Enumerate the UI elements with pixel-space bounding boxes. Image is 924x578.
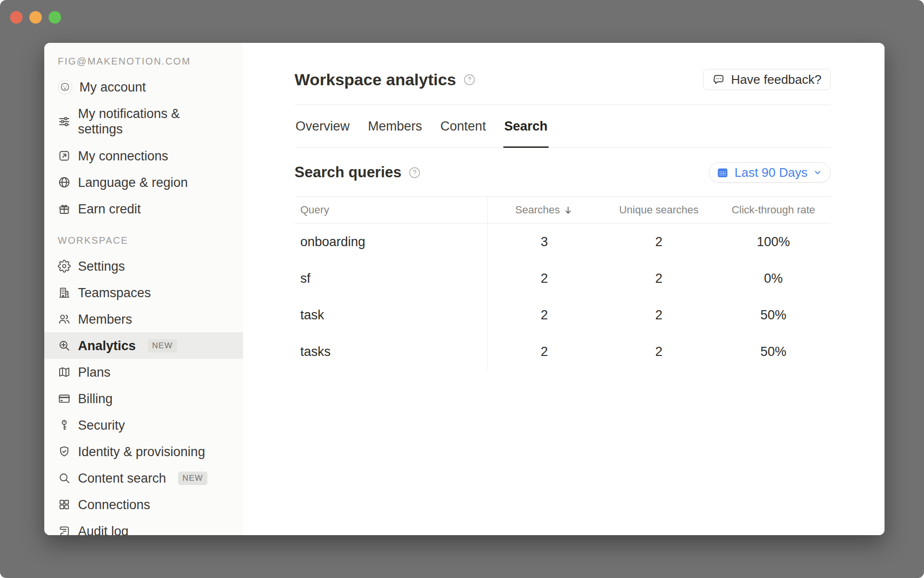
magnifier-icon — [58, 472, 71, 485]
user-avatar — [58, 80, 72, 94]
sidebar-item-label: Audit log — [78, 524, 128, 536]
sidebar-item-plans[interactable]: Plans — [44, 359, 243, 385]
help-icon[interactable] — [408, 166, 421, 179]
sidebar-item-label: Language & region — [78, 175, 188, 190]
gear-icon — [58, 260, 71, 273]
date-range-filter-button[interactable]: Last 90 Days — [709, 162, 831, 183]
sidebar-item-my-notifications-settings[interactable]: My notifications & settings — [44, 100, 243, 143]
sidebar-item-label: Identity & provisioning — [78, 444, 205, 460]
tab-content[interactable]: Content — [439, 105, 487, 147]
sidebar-item-label: My account — [79, 79, 146, 95]
have-feedback-button[interactable]: Have feedback? — [703, 69, 831, 90]
zoom-window-button[interactable] — [49, 11, 61, 24]
page-title: Workspace analytics — [295, 70, 456, 89]
column-header-searches[interactable]: Searches — [487, 204, 602, 216]
settings-sidebar: FIG@MAKENOTION.COM My account — [44, 43, 243, 535]
sidebar-item-teamspaces[interactable]: Teamspaces — [44, 279, 243, 306]
macos-window: FIG@MAKENOTION.COM My account — [0, 0, 924, 578]
column-header-click-through-rate[interactable]: Click-through rate — [716, 204, 831, 216]
searches-cell: 3 — [487, 235, 602, 250]
sidebar-item-earn-credit[interactable]: Earn credit — [44, 196, 243, 222]
unique-searches-cell: 2 — [602, 235, 716, 250]
sidebar-item-billing[interactable]: Billing — [44, 385, 243, 412]
sidebar-item-label: Security — [78, 418, 125, 433]
tab-overview[interactable]: Overview — [295, 105, 351, 147]
sidebar-item-audit-log[interactable]: Audit log — [44, 518, 243, 535]
sidebar-item-label: Connections — [78, 497, 150, 512]
help-icon[interactable] — [463, 73, 476, 86]
click-through-rate-cell: 50% — [716, 344, 831, 359]
sidebar-item-my-account[interactable]: My account — [44, 74, 243, 100]
new-badge: NEW — [178, 472, 207, 485]
analytics-main-panel: Workspace analytics — [243, 43, 885, 535]
sidebar-item-label: Plans — [78, 365, 111, 380]
click-through-rate-cell: 0% — [716, 271, 831, 286]
sidebar-item-my-connections[interactable]: My connections — [44, 143, 243, 169]
sidebar-item-label: Teamspaces — [78, 285, 151, 301]
account-section: My account My notifications & settings — [44, 74, 243, 222]
credit-card-icon — [58, 392, 71, 405]
sidebar-item-label: Earn credit — [78, 201, 141, 217]
settings-modal: FIG@MAKENOTION.COM My account — [44, 43, 885, 535]
sidebar-item-security[interactable]: Security — [44, 412, 243, 438]
search-queries-heading: Search queries — [295, 164, 401, 181]
query-cell: task — [295, 308, 487, 323]
tab-search[interactable]: Search — [503, 105, 549, 147]
sliders-icon — [58, 115, 71, 128]
map-icon — [58, 366, 71, 379]
table-row: onboarding 3 2 100% — [295, 223, 831, 260]
close-window-button[interactable] — [10, 11, 23, 24]
column-header-query: Query — [295, 204, 487, 216]
magnifier-sparkle-icon — [58, 339, 71, 352]
grid-icon — [58, 498, 71, 511]
searches-cell: 2 — [487, 271, 602, 286]
unique-searches-cell: 2 — [602, 344, 716, 359]
sidebar-item-label: Billing — [78, 391, 113, 407]
have-feedback-label: Have feedback? — [731, 72, 821, 87]
unique-searches-cell: 2 — [602, 308, 716, 323]
key-icon — [58, 419, 71, 432]
gift-icon — [58, 202, 71, 215]
calendar-icon — [716, 166, 729, 179]
table-column-divider — [487, 197, 488, 370]
workspace-section: Settings Teamspaces — [44, 253, 243, 535]
sidebar-item-members[interactable]: Members — [44, 306, 243, 332]
sidebar-item-label: Members — [78, 312, 132, 327]
table-row: sf 2 2 0% — [295, 260, 831, 297]
sidebar-item-label: My notifications & settings — [78, 106, 194, 137]
people-icon — [58, 313, 71, 326]
sidebar-item-content-search[interactable]: Content search NEW — [44, 465, 243, 491]
date-range-label: Last 90 Days — [734, 165, 808, 180]
unique-searches-cell: 2 — [602, 271, 716, 286]
sidebar-item-label: My connections — [78, 148, 168, 164]
query-cell: onboarding — [295, 235, 487, 250]
click-through-rate-cell: 50% — [716, 308, 831, 323]
tab-members[interactable]: Members — [367, 105, 424, 147]
column-header-unique-searches[interactable]: Unique searches — [602, 204, 716, 216]
table-row: tasks 2 2 50% — [295, 333, 831, 370]
sidebar-item-identity-provisioning[interactable]: Identity & provisioning — [44, 438, 243, 465]
sort-descending-icon — [563, 205, 573, 215]
arrow-out-box-icon — [58, 149, 71, 162]
minimize-window-button[interactable] — [29, 11, 42, 24]
new-badge: NEW — [148, 339, 177, 353]
query-cell: sf — [295, 271, 487, 286]
workspace-section-label: WORKSPACE — [44, 234, 243, 247]
shield-check-icon — [58, 445, 71, 458]
globe-icon — [58, 176, 71, 189]
sidebar-item-connections[interactable]: Connections — [44, 491, 243, 518]
chevron-down-icon — [813, 168, 822, 177]
sidebar-item-language-region[interactable]: Language & region — [44, 169, 243, 196]
click-through-rate-cell: 100% — [716, 235, 831, 250]
searches-cell: 2 — [487, 344, 602, 359]
analytics-tabs: Overview Members Content Search — [295, 105, 831, 148]
sidebar-item-label: Settings — [78, 259, 125, 274]
building-icon — [58, 286, 71, 299]
account-email-label: FIG@MAKENOTION.COM — [44, 54, 243, 68]
sidebar-item-settings[interactable]: Settings — [44, 253, 243, 279]
sidebar-item-analytics[interactable]: Analytics NEW — [44, 332, 243, 359]
searches-cell: 2 — [487, 308, 602, 323]
query-cell: tasks — [295, 344, 487, 359]
chat-bubble-icon — [712, 73, 725, 86]
sidebar-item-label: Analytics — [78, 338, 136, 354]
